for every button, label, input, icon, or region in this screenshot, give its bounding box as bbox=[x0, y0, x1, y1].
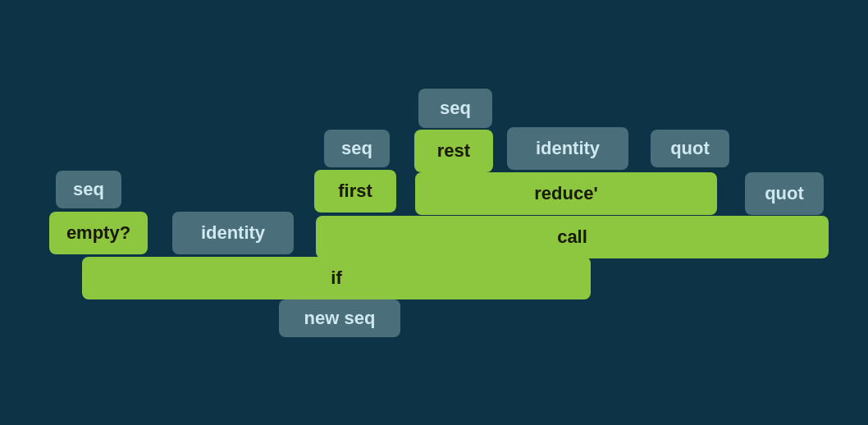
rest-node: rest bbox=[414, 130, 493, 172]
identity-left-node: identity bbox=[172, 212, 294, 254]
seq-mid-node: seq bbox=[324, 130, 390, 167]
quot-top-node: quot bbox=[651, 130, 729, 167]
if-node: if bbox=[82, 257, 591, 299]
empty-node: empty? bbox=[49, 212, 148, 254]
seq-left-node: seq bbox=[56, 171, 121, 208]
new-seq-node: new seq bbox=[279, 299, 400, 337]
reduce-node: reduce' bbox=[415, 172, 717, 215]
identity-top-node: identity bbox=[507, 127, 628, 170]
seq-top-node: seq bbox=[418, 89, 492, 128]
first-node: first bbox=[314, 170, 396, 212]
call-node: call bbox=[316, 216, 829, 258]
quot-right-node: quot bbox=[745, 172, 824, 215]
